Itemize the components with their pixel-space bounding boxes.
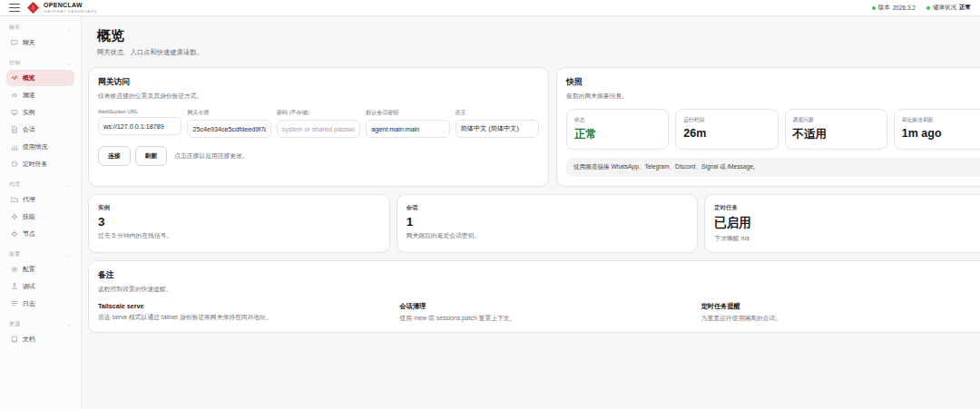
chevron-down-icon: ⌄: [67, 25, 72, 31]
sidebar-item-sessions[interactable]: 会话: [6, 122, 74, 138]
menu-icon[interactable]: [9, 4, 20, 13]
field-label: 语言: [456, 109, 539, 117]
notes-subtitle: 远程控制设置的快速提醒。: [98, 285, 980, 294]
gateway-access-card: 网关访问 仪表板连接的位置及其身份验证方式。 WebSocket URL 网关令…: [88, 67, 549, 187]
sidebar-item-agents[interactable]: 代理: [6, 191, 74, 208]
page-subtitle: 网关状态、入口点和快速健康读数。: [97, 48, 980, 57]
stat-label: 状态: [574, 116, 661, 124]
sidebar-item-label: 使用情况: [23, 142, 47, 151]
sidebar-item-label: 代理: [23, 195, 35, 204]
brand: OPENCLAW GATEWAY DASHBOARD: [44, 2, 97, 14]
sidebar-item-cron[interactable]: 定时任务: [6, 156, 74, 172]
language-select[interactable]: 简体中文 (简体中文): [456, 120, 539, 138]
websocket-url-input[interactable]: [98, 117, 181, 135]
section-label-control: 控制: [9, 59, 20, 67]
skills-icon: [11, 213, 18, 220]
sidebar-item-label: 节点: [23, 229, 35, 239]
snapshot-footer-note: 使用频道链接 WhatsApp、Telegram、Discord、Signal …: [566, 158, 980, 177]
section-label-settings: 设置: [9, 250, 20, 258]
instances-subtitle: 过去 5 分钟内的在线信号。: [98, 231, 380, 240]
health-value: 正常: [959, 4, 971, 12]
connect-hint: 点击连接以应用连接更改。: [174, 151, 249, 161]
sidebar-item-overview[interactable]: 概览: [6, 70, 74, 86]
stat-label: 最近频道刷新: [902, 116, 980, 124]
sidebar-item-channels[interactable]: 频道: [6, 87, 74, 103]
notes-title: 备注: [98, 270, 980, 281]
sidebar-item-label: 日志: [23, 299, 35, 308]
snapshot-title: 快照: [566, 77, 980, 88]
sidebar-item-label: 调试: [23, 282, 35, 291]
instances-value: 3: [98, 215, 380, 229]
docs-book-icon: [11, 336, 18, 343]
sidebar-item-label: 定时任务: [23, 160, 47, 169]
gateway-token-input[interactable]: [187, 120, 270, 138]
sidebar-item-config[interactable]: 配置: [6, 261, 74, 278]
stat-value: 不适用: [793, 127, 879, 142]
brand-subtitle: GATEWAY DASHBOARD: [44, 10, 97, 14]
password-input[interactable]: [277, 120, 360, 138]
gateway-access-subtitle: 仪表板连接的位置及其身份验证方式。: [98, 92, 539, 101]
overview-icon: [11, 74, 18, 82]
note-title: Tailscale serve: [98, 302, 393, 310]
cron-subtitle: 下次唤醒 n/a: [714, 234, 980, 243]
stat-uptime: 运行时间 26m: [675, 109, 778, 150]
note-title: 定时任务提醒: [701, 302, 980, 311]
sidebar-item-docs[interactable]: 文档: [6, 331, 74, 347]
sidebar-item-label: 配置: [23, 265, 35, 274]
note-body: 为重复运行使用隔离的会话。: [701, 314, 980, 323]
version-label: 版本: [878, 4, 890, 12]
sidebar-section-chat[interactable]: 聊天 ⌄: [6, 24, 74, 32]
sidebar-item-chat[interactable]: 聊天: [6, 34, 74, 51]
field-label: 默认会话密钥: [366, 109, 449, 117]
sidebar-item-nodes[interactable]: 节点: [6, 226, 74, 242]
gateway-access-title: 网关访问: [98, 77, 539, 88]
sidebar-item-label: 聊天: [23, 38, 35, 47]
connect-button[interactable]: 连接: [98, 146, 131, 166]
refresh-button[interactable]: 刷新: [135, 146, 168, 166]
agents-icon: [11, 196, 18, 203]
note-tailscale: Tailscale serve 首选 serve 模式以通过 tailnet 身…: [98, 302, 393, 323]
chevron-down-icon: ⌄: [67, 61, 72, 66]
stat-status: 状态 正常: [566, 109, 669, 150]
sidebar-item-label: 文档: [23, 335, 35, 344]
sidebar-item-label: 实例: [23, 108, 35, 117]
instances-title: 实例: [98, 204, 380, 212]
cron-value: 已启用: [714, 215, 980, 231]
field-language: 语言 简体中文 (简体中文): [456, 109, 539, 138]
session-key-input[interactable]: [366, 120, 449, 138]
field-password: 密码 (不存储): [277, 109, 360, 138]
note-body: 使用 /new 或 sessions.patch 重置上下文。: [399, 314, 694, 323]
sidebar-item-label: 技能: [23, 212, 35, 221]
sidebar-item-skills[interactable]: 技能: [6, 209, 74, 225]
section-label-agents: 代理: [9, 180, 20, 189]
sessions-title: 会话: [407, 204, 689, 212]
sidebar-section-settings[interactable]: 设置 ⌄: [6, 250, 74, 258]
sidebar-section-agents[interactable]: 代理 ⌄: [6, 180, 74, 189]
sessions-value: 1: [407, 215, 689, 229]
sidebar-section-resources[interactable]: 资源 ⌄: [6, 320, 74, 328]
cron-title: 定时任务: [714, 204, 980, 212]
channels-icon: [11, 92, 18, 99]
sidebar-item-usage[interactable]: 使用情况: [6, 139, 74, 155]
notes-card: 备注 远程控制设置的快速提醒。 Tailscale serve 首选 serve…: [88, 260, 980, 333]
gear-icon: [11, 266, 18, 273]
top-bar: OPENCLAW GATEWAY DASHBOARD 版本 2026.3.2 健…: [0, 0, 980, 16]
field-websocket-url: WebSocket URL: [98, 109, 181, 138]
stat-value: 正常: [574, 127, 661, 142]
sidebar-item-logs[interactable]: 日志: [6, 296, 74, 312]
sidebar-section-control[interactable]: 控制 ⌄: [6, 59, 74, 67]
sessions-icon: [11, 126, 18, 133]
sidebar-item-label: 会话: [23, 125, 35, 134]
instances-icon: [11, 109, 18, 116]
stat-label: 运行时间: [683, 116, 769, 124]
sidebar-item-instances[interactable]: 实例: [6, 104, 74, 121]
logs-icon: [11, 300, 18, 307]
sidebar-item-debug[interactable]: 调试: [6, 278, 74, 295]
section-label-resources: 资源: [9, 320, 20, 328]
brand-name: OPENCLAW: [44, 2, 97, 8]
stat-value: 1m ago: [902, 127, 980, 140]
note-body: 首选 serve 模式以通过 tailnet 身份验证将网关保持在回环地址。: [98, 313, 393, 322]
field-gateway-token: 网关令牌: [187, 109, 270, 138]
version-badge: 版本 2026.3.2: [872, 4, 916, 12]
chevron-down-icon: ⌄: [67, 182, 72, 188]
